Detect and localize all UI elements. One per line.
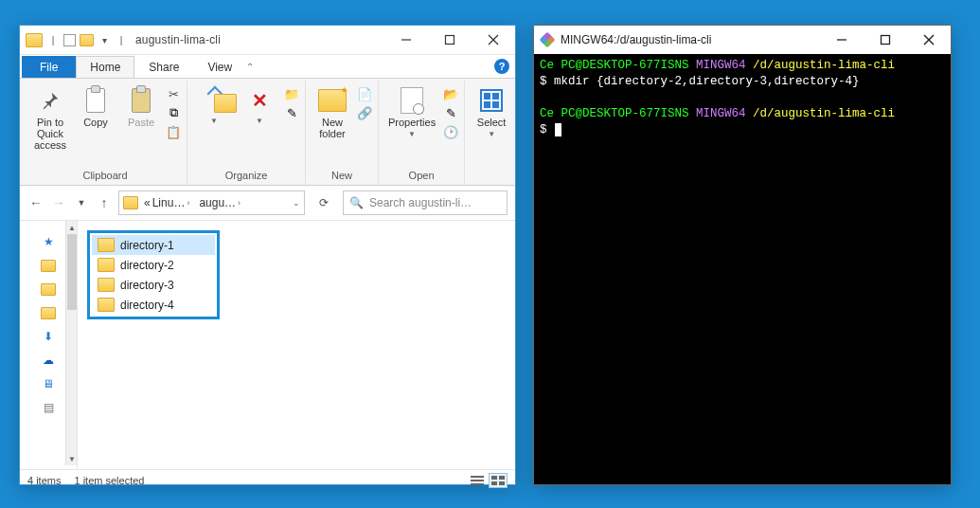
ribbon: Pin to Quick access Copy Paste ✂ ⧉ 📋 Cli… [20,79,515,186]
qat-dropdown-icon[interactable]: ▾ [98,33,111,46]
address-dropdown-icon[interactable]: ⌄ [293,198,300,208]
chevron-down-icon: ▼ [256,117,263,125]
scroll-up-icon[interactable]: ▲ [66,221,78,234]
ribbon-group-select: Select ▼ [465,81,518,185]
terminal-cursor [555,123,561,136]
folder-icon [80,34,94,46]
move-to-button[interactable]: ▼ [193,84,235,127]
nav-up-button[interactable]: ↑ [96,194,113,211]
minimize-button[interactable] [820,26,864,54]
copy-to-icon[interactable]: 📁 [284,86,299,101]
navigation-pane[interactable]: ★ ⬇ ☁ 🖥 ▤ ▲ ▼ [20,221,78,469]
group-label-open: Open [384,168,458,185]
qat-checkbox-icon[interactable] [63,34,76,46]
group-label-clipboard: Clipboard [29,168,181,185]
copy-path-icon[interactable]: ⧉ [166,105,181,120]
ribbon-group-new: New folder 📄 🔗 New [306,81,379,185]
folder-name: directory-1 [120,239,174,252]
scroll-down-icon[interactable]: ▼ [66,452,78,465]
list-item[interactable]: directory-2 [92,255,215,275]
prompt-env: MINGW64 [696,59,746,72]
file-explorer-window: | ▾ | augustin-lima-cli File Home Share … [19,25,516,485]
navpane-scrollbar[interactable]: ▲ ▼ [65,221,78,465]
collapse-ribbon-button[interactable]: ⌃ [246,62,254,72]
folder-icon [98,238,115,252]
window-title: augustin-lima-cli [128,33,221,46]
svg-rect-5 [882,36,890,45]
folder-name: directory-2 [120,259,174,272]
list-item[interactable]: directory-3 [92,275,215,295]
prompt-user: Ce PC@DESKTOP-677ISNS [540,59,689,72]
tab-file[interactable]: File [22,56,76,78]
prompt-env: MINGW64 [696,107,746,120]
folder-icon [123,196,138,209]
delete-button[interactable]: ✕ ▼ [239,84,280,127]
status-selection: 1 item selected [74,475,144,486]
maximize-button[interactable] [428,26,472,54]
details-view-button[interactable] [468,473,487,488]
minimize-button[interactable] [384,26,428,54]
chevron-down-icon: ▼ [488,130,495,138]
copy-label: Copy [83,117,108,128]
cut-icon[interactable]: ✂ [166,86,181,101]
tab-share[interactable]: Share [134,56,193,78]
scroll-thumb[interactable] [67,234,77,310]
search-placeholder: Search augustin-li… [369,196,472,209]
paste-icon [127,86,155,115]
terminal-window: MINGW64:/d/augustin-lima-cli Ce PC@DESKT… [533,25,952,485]
address-bar[interactable]: « Linu… › augu… › ⌄ [118,190,305,215]
easy-access-icon[interactable]: 🔗 [357,105,372,120]
pin-icon [36,86,64,115]
tab-home[interactable]: Home [76,56,134,78]
svg-rect-1 [446,36,454,45]
list-item[interactable]: directory-1 [92,235,215,255]
history-icon[interactable]: 🕑 [443,124,458,139]
maximize-button[interactable] [864,26,907,54]
pin-to-quick-access-button[interactable]: Pin to Quick access [29,84,71,153]
terminal-command: mkdir {directory-2,directory-3,directory… [554,75,860,88]
new-item-icon[interactable]: 📄 [357,86,372,101]
breadcrumb-current[interactable]: augu… › [195,196,244,209]
prompt-path: /d/augustin-lima-cli [753,59,895,72]
close-button[interactable] [907,26,951,54]
folder-icon [98,298,115,312]
edit-icon[interactable]: ✎ [443,105,458,120]
list-item[interactable]: directory-4 [92,295,215,315]
copy-button[interactable]: Copy [75,84,116,130]
search-input[interactable]: 🔍 Search augustin-li… [343,190,508,215]
properties-button[interactable]: Properties ▼ [384,84,439,140]
open-icon[interactable]: 📂 [443,86,458,101]
terminal-titlebar[interactable]: MINGW64:/d/augustin-lima-cli [534,26,951,54]
refresh-button[interactable]: ⟳ [311,190,337,216]
tab-view[interactable]: View [193,56,246,78]
mingw-icon [540,32,555,47]
rename-icon[interactable]: ✎ [284,105,299,120]
paste-button[interactable]: Paste [120,84,162,130]
chevron-down-icon: ▼ [408,130,416,138]
paste-label: Paste [128,117,154,128]
select-label: Select [477,117,507,128]
prompt-path: /d/augustin-lima-cli [753,107,895,120]
close-button[interactable] [472,26,515,54]
chevron-down-icon: ▼ [210,117,218,125]
icons-view-button[interactable] [489,473,508,488]
ribbon-group-organize: ▼ ✕ ▼ 📁 ✎ Organize [187,81,306,185]
nav-recent-dropdown[interactable]: ▼ [73,194,90,211]
folder-icon [98,278,115,292]
select-icon [477,86,506,115]
new-folder-label: New folder [315,117,349,139]
select-button[interactable]: Select ▼ [471,84,512,140]
nav-back-button[interactable]: ← [27,194,45,211]
explorer-titlebar[interactable]: | ▾ | augustin-lima-cli [20,26,515,55]
file-list-pane[interactable]: directory-1 directory-2 directory-3 dire… [78,221,515,469]
terminal-output[interactable]: Ce PC@DESKTOP-677ISNS MINGW64 /d/augusti… [534,54,951,484]
paste-shortcut-icon[interactable]: 📋 [166,124,181,139]
pin-label: Pin to Quick access [33,117,67,151]
copy-icon [81,86,110,115]
ribbon-group-clipboard: Pin to Quick access Copy Paste ✂ ⧉ 📋 Cli… [24,81,187,185]
new-folder-button[interactable]: New folder [312,84,353,141]
breadcrumb-root[interactable]: « Linu… › [140,196,193,209]
nav-forward-button[interactable]: → [50,194,67,211]
group-label-organize: Organize [193,168,299,185]
help-icon[interactable]: ? [494,59,509,74]
